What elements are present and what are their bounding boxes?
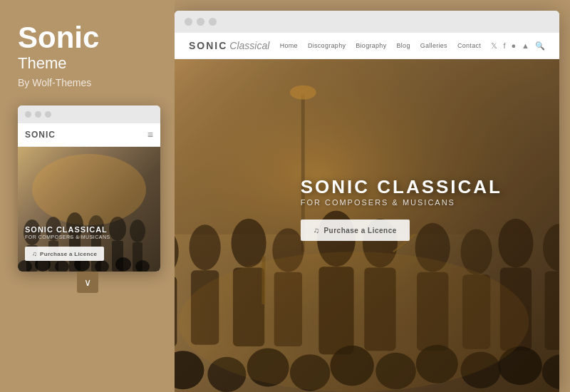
nav-discography[interactable]: Discography xyxy=(308,42,346,49)
mobile-hero: SONIC CLASSICAL FOR COMPOSERS & MUSICANS… xyxy=(18,147,160,272)
mobile-hero-bg: SONIC CLASSICAL FOR COMPOSERS & MUSICANS… xyxy=(18,147,160,272)
browser-window: SONIC Classical Home Discography Biograp… xyxy=(175,11,559,392)
svg-point-23 xyxy=(290,86,316,100)
mobile-dot-3 xyxy=(45,111,51,118)
mobile-preview-card: SONIC ≡ xyxy=(18,105,160,272)
nav-biography[interactable]: Biography xyxy=(356,42,386,49)
mobile-hero-text: SONIC CLASSICAL FOR COMPOSERS & MUSICANS xyxy=(25,225,110,239)
down-arrow-button[interactable]: ∨ xyxy=(77,272,98,293)
browser-dot-1 xyxy=(185,18,192,26)
svg-point-9 xyxy=(109,217,126,241)
mobile-titlebar xyxy=(18,105,160,123)
purchase-licence-button[interactable]: ♫ Purchase a Licence xyxy=(301,220,410,241)
left-panel: Sonic Theme By Wolf-Themes SONIC ≡ xyxy=(0,0,175,392)
logo-classical: Classical xyxy=(229,40,269,51)
twitter-icon[interactable]: 𝕏 xyxy=(491,41,497,51)
facebook-icon[interactable]: f xyxy=(503,41,505,50)
browser-dot-2 xyxy=(197,18,204,26)
right-panel: SONIC Classical Home Discography Biograp… xyxy=(175,0,570,392)
svg-point-28 xyxy=(232,219,266,268)
nav-blog[interactable]: Blog xyxy=(396,42,410,49)
svg-point-18 xyxy=(115,257,131,272)
mobile-dot-1 xyxy=(25,111,31,118)
svg-point-42 xyxy=(498,219,533,268)
theme-title: Sonic xyxy=(18,21,99,54)
logo-main: SONIC xyxy=(189,40,227,51)
music-note-icon-mobile: ♫ xyxy=(32,250,37,257)
mobile-logo: SONIC xyxy=(25,130,56,140)
hero-tagline: FOR COMPOSERS & MUSICANS xyxy=(301,198,502,207)
hero-content: SONIC CLASSICAL FOR COMPOSERS & MUSICANS… xyxy=(301,177,502,241)
nav-contact[interactable]: Contact xyxy=(457,42,481,49)
site-logo: SONIC Classical xyxy=(189,40,269,51)
svg-point-0 xyxy=(32,154,146,225)
soundcloud-icon[interactable]: ● xyxy=(511,41,516,50)
social-icons: 𝕏 f ● ▲ 🔍 xyxy=(491,41,545,51)
theme-author: By Wolf-Themes xyxy=(18,77,99,88)
browser-dot-3 xyxy=(209,18,217,26)
mobile-hero-title: SONIC CLASSICAL xyxy=(25,225,110,234)
svg-point-11 xyxy=(130,220,145,242)
hero-background: SONIC CLASSICAL FOR COMPOSERS & MUSICANS… xyxy=(175,59,559,392)
search-icon[interactable]: 🔍 xyxy=(535,41,545,51)
mobile-cta-button[interactable]: ♫ Purchase a Licence xyxy=(25,247,104,261)
hero-title-main: SONIC CLASSICAL xyxy=(301,177,502,198)
mobile-hero-subtitle: FOR COMPOSERS & MUSICANS xyxy=(25,234,110,239)
browser-navbar: SONIC Classical Home Discography Biograp… xyxy=(175,33,559,59)
svg-point-60 xyxy=(179,252,529,392)
svg-point-26 xyxy=(190,225,221,270)
theme-subtitle: Theme xyxy=(18,54,99,73)
svg-rect-25 xyxy=(175,277,177,346)
chevron-down-icon: ∨ xyxy=(84,277,91,288)
hero-section: SONIC CLASSICAL FOR COMPOSERS & MUSICANS… xyxy=(175,59,559,392)
spotify-icon[interactable]: ▲ xyxy=(522,41,529,50)
music-note-icon: ♫ xyxy=(314,226,320,234)
hamburger-icon: ≡ xyxy=(147,129,153,140)
nav-links: Home Discography Biography Blog Gallerie… xyxy=(280,42,481,49)
browser-titlebar xyxy=(175,11,559,33)
svg-rect-45 xyxy=(544,271,559,350)
nav-galleries[interactable]: Galleries xyxy=(420,42,447,49)
mobile-nav: SONIC ≡ xyxy=(18,123,160,147)
nav-home[interactable]: Home xyxy=(280,42,298,49)
mobile-dot-2 xyxy=(35,111,41,118)
theme-title-block: Sonic Theme By Wolf-Themes xyxy=(18,21,99,105)
